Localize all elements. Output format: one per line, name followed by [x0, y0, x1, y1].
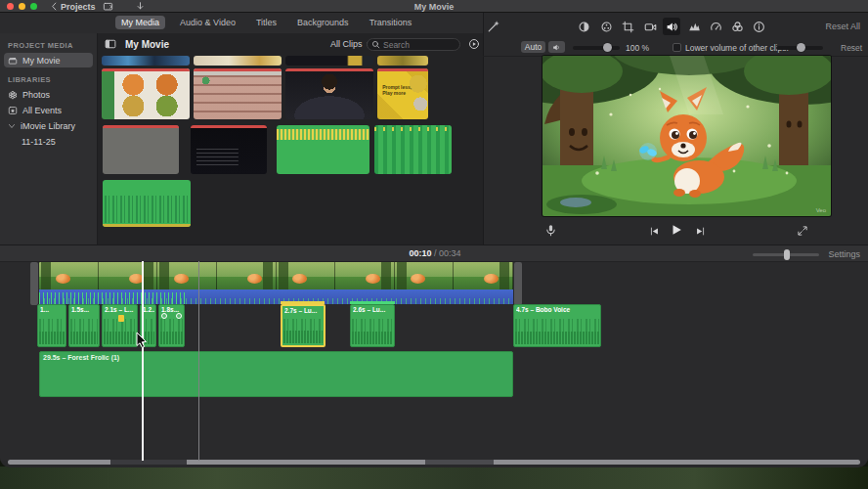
media-thumbnail-partial[interactable]: [285, 56, 373, 66]
panel-toggle-icon[interactable]: [104, 37, 117, 50]
media-thumbnail-slide[interactable]: Prompt less, Play more: [377, 68, 428, 119]
timeline-audio-clip[interactable]: 2.7s – Lu...: [281, 304, 326, 347]
duck-slider-knob[interactable]: [797, 43, 805, 52]
chevron-down-icon: [8, 122, 16, 130]
media-thumbnail-terminal[interactable]: [191, 125, 267, 174]
volume-slider[interactable]: [573, 46, 620, 50]
clip-duration-bar: [285, 68, 373, 71]
tab-transitions[interactable]: Transitions: [364, 16, 418, 29]
titlebar: Projects My Movie: [0, 0, 868, 13]
tab-my-media[interactable]: My Media: [115, 16, 165, 29]
clip-duration-bar: [194, 68, 282, 71]
sidebar-item-my-movie[interactable]: My Movie: [4, 53, 93, 67]
crop-icon[interactable]: [619, 18, 636, 35]
libraries-header: LIBRARIES: [8, 75, 97, 84]
fade-handle[interactable]: [176, 313, 182, 319]
search-field[interactable]: [367, 38, 460, 51]
mute-button[interactable]: [548, 41, 565, 53]
zoom-slider-knob[interactable]: [784, 249, 790, 260]
horizontal-scrollbar[interactable]: [8, 460, 860, 465]
sidebar-item-photos[interactable]: Photos: [4, 87, 93, 102]
continuous-playback-icon[interactable]: [467, 37, 481, 50]
info-icon[interactable]: [750, 18, 767, 35]
timeline-audio-clip[interactable]: 4.7s – Bobo Voice: [513, 304, 601, 347]
media-thumbnail-audio-wave[interactable]: [103, 180, 191, 227]
clip-waveform-low: [70, 332, 98, 344]
music-clip-label: 29.5s – Forest Frolic (1): [43, 354, 119, 361]
reset-volume-button[interactable]: Reset: [841, 43, 862, 53]
browser-header: My Movie All Clips: [98, 35, 483, 55]
clapper-icon: [8, 56, 18, 66]
transport-controls: [483, 219, 868, 244]
mouse-cursor: [136, 332, 148, 348]
watermark: Veo: [816, 207, 826, 213]
timeline-zoom-slider[interactable]: [753, 253, 819, 256]
timeline-audio-clip[interactable]: 1...: [37, 304, 66, 347]
record-voiceover-mic-icon[interactable]: [542, 221, 559, 239]
sidebar-item-label: All Events: [22, 106, 62, 115]
clip-duration-bar: [377, 68, 428, 71]
volume-icon[interactable]: [663, 18, 680, 35]
clip-marker: [118, 315, 124, 322]
sidebar-item-imovie-library[interactable]: iMovie Library: [4, 118, 93, 133]
video-audio-track[interactable]: [39, 289, 513, 304]
noise-reduction-icon[interactable]: [685, 18, 703, 35]
reset-all-button[interactable]: Reset All: [825, 22, 860, 31]
fade-handle[interactable]: [161, 313, 167, 319]
enhance-wand-icon[interactable]: [485, 18, 502, 35]
clip-filter-icon[interactable]: [728, 18, 746, 35]
filmstrip-frame: [454, 262, 513, 289]
filmstrip-frame: [39, 262, 99, 289]
filmstrip-frame: [277, 262, 336, 289]
timeline-audio-clip[interactable]: 2.1s – L...: [102, 304, 138, 347]
sidebar-item-all-events[interactable]: All Events: [4, 103, 93, 117]
color-balance-icon[interactable]: [575, 18, 592, 35]
media-thumbnail-partial[interactable]: [377, 56, 428, 66]
clip-label: 4.7s – Bobo Voice: [516, 306, 599, 313]
trim-handle-left[interactable]: [30, 262, 38, 305]
media-thumbnail-doc[interactable]: [194, 68, 282, 119]
skimmer-line: [198, 261, 199, 461]
search-input[interactable]: [383, 40, 452, 50]
volume-slider-knob[interactable]: [603, 43, 612, 52]
timeline-audio-clip[interactable]: 1.8s...: [158, 304, 185, 347]
media-thumbnail-partial[interactable]: [102, 56, 190, 66]
background-music-clip[interactable]: 29.5s – Forest Frolic (1): [39, 351, 513, 397]
speaker-icon: [552, 43, 561, 52]
skip-forward-icon[interactable]: [691, 222, 709, 240]
timeline-audio-clip[interactable]: 2.6s – Lu...: [350, 304, 395, 347]
media-thumbnail-foxgrid[interactable]: [102, 68, 190, 119]
video-clip-filmstrip[interactable]: [39, 262, 513, 289]
lower-volume-checkbox[interactable]: [673, 43, 681, 52]
settings-button[interactable]: Settings: [828, 249, 860, 259]
clip-label: 1.5s...: [71, 306, 98, 313]
speed-icon[interactable]: [707, 18, 724, 35]
media-thumbnail-man-room[interactable]: [103, 125, 179, 174]
playhead[interactable]: [142, 261, 144, 461]
media-thumbnail-audio-yellowtop[interactable]: [277, 125, 369, 174]
tab-titles[interactable]: Titles: [250, 16, 282, 29]
media-thumbnail-man-dark[interactable]: [285, 68, 373, 119]
clip-label: 2.7s – Lu...: [284, 307, 323, 314]
stabilization-icon[interactable]: [641, 18, 659, 35]
slide-title-text: Prompt less, Play more: [382, 84, 412, 97]
timeline-audio-clip[interactable]: 1.5s...: [68, 304, 100, 347]
media-thumbnail-partial[interactable]: [194, 56, 282, 66]
play-icon[interactable]: [668, 221, 685, 239]
timeline[interactable]: 1...1.5s...2.1s – L...1.2...1.8s...2.7s …: [0, 262, 868, 461]
media-thumbnail-audio-cols[interactable]: [374, 125, 452, 174]
skip-back-icon[interactable]: [645, 222, 663, 240]
color-correction-icon[interactable]: [597, 18, 615, 35]
clip-waveform-low: [39, 332, 65, 344]
fullscreen-icon[interactable]: [794, 222, 811, 240]
tab-backgrounds[interactable]: Backgrounds: [291, 16, 355, 29]
volume-controls: Auto 100 % Lower volume of other clips: …: [483, 38, 868, 57]
duck-slider[interactable]: [776, 46, 823, 50]
trim-handle-right[interactable]: [514, 262, 522, 305]
auto-volume-button[interactable]: Auto: [521, 41, 545, 53]
video-preview[interactable]: Veo: [542, 56, 831, 216]
tab-audio-video[interactable]: Audio & Video: [174, 16, 241, 29]
sidebar-item-11-11-25[interactable]: 11-11-25: [4, 134, 93, 149]
clip-waveform-low: [283, 331, 323, 343]
search-icon: [371, 40, 380, 49]
